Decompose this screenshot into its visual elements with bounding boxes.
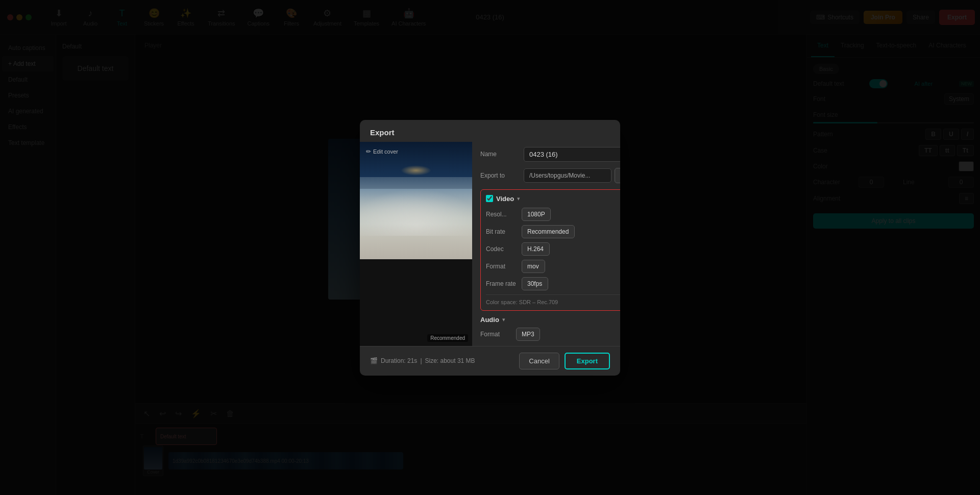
resolution-select[interactable]: 1080P 720P 4K xyxy=(522,208,551,221)
footer-info: 🎬 Duration: 21s | Size: about 31 MB xyxy=(370,357,475,364)
video-section-title: Video xyxy=(496,195,514,203)
video-section-header: Video ▾ xyxy=(486,195,620,203)
modal-overlay: Export ✏ Edit cover Recommen xyxy=(0,0,980,495)
audio-section: Audio ▾ Format MP3 AAC xyxy=(480,316,620,341)
recommended-badge: Recommended xyxy=(427,334,468,342)
codec-row: Codec H.264 H.265 xyxy=(486,242,620,256)
modal-scroll-area: Name Export to 📁 xyxy=(480,147,620,341)
color-space-text: Color space: SDR – Rec.709 xyxy=(486,294,620,305)
bitrate-select-wrap: Recommended Low High xyxy=(522,225,620,238)
video-checkbox[interactable] xyxy=(486,195,493,202)
framerate-label: Frame rate xyxy=(486,280,522,287)
format-select[interactable]: mov mp4 xyxy=(522,260,545,273)
modal-cover: ✏ Edit cover Recommended xyxy=(360,142,472,346)
video-chevron: ▾ xyxy=(517,195,520,202)
resolution-row: Resol... 1080P 720P 4K xyxy=(486,208,620,221)
export-to-field: Export to 📁 xyxy=(480,168,620,183)
bitrate-select[interactable]: Recommended Low High xyxy=(522,225,575,238)
codec-label: Codec xyxy=(486,245,522,253)
folder-button[interactable]: 📁 xyxy=(615,168,620,183)
resolution-select-wrap: 1080P 720P 4K xyxy=(522,208,620,221)
framerate-row: Frame rate 30fps 24fps 60fps xyxy=(486,277,620,290)
bitrate-label: Bit rate xyxy=(486,228,522,235)
edit-cover-label[interactable]: ✏ Edit cover xyxy=(366,148,398,155)
film-icon: 🎬 xyxy=(370,357,378,364)
duration-text: Duration: 21s xyxy=(381,357,417,364)
framerate-select[interactable]: 30fps 24fps 60fps xyxy=(522,277,548,290)
audio-format-row: Format MP3 AAC xyxy=(480,328,620,341)
modal-right: Name Export to 📁 xyxy=(472,142,620,346)
format-select-wrap: mov mp4 xyxy=(522,260,620,273)
audio-section-header: Audio ▾ xyxy=(480,316,620,324)
modal-body: ✏ Edit cover Recommended Name Export to xyxy=(360,142,620,346)
modal-footer: 🎬 Duration: 21s | Size: about 31 MB Canc… xyxy=(360,346,620,376)
name-label: Name xyxy=(480,151,519,158)
export-to-label: Export to xyxy=(480,172,519,179)
footer-buttons: Cancel Export xyxy=(519,353,610,369)
name-input[interactable] xyxy=(524,147,620,162)
cancel-button[interactable]: Cancel xyxy=(519,353,559,369)
modal-title: Export xyxy=(360,120,620,142)
pencil-icon: ✏ xyxy=(366,148,371,155)
size-text: Size: about 31 MB xyxy=(425,357,475,364)
audio-chevron: ▾ xyxy=(502,316,505,323)
framerate-select-wrap: 30fps 24fps 60fps xyxy=(522,277,620,290)
path-input[interactable] xyxy=(524,168,611,183)
audio-format-select-wrap: MP3 AAC xyxy=(516,328,620,341)
resolution-label: Resol... xyxy=(486,211,522,218)
audio-format-select[interactable]: MP3 AAC xyxy=(516,328,540,341)
name-field: Name xyxy=(480,147,620,162)
codec-select[interactable]: H.264 H.265 xyxy=(522,242,550,256)
format-row: Format mov mp4 xyxy=(486,260,620,273)
export-modal: Export ✏ Edit cover Recommen xyxy=(360,120,620,376)
bitrate-row: Bit rate Recommended Low High xyxy=(486,225,620,238)
path-row: 📁 xyxy=(524,168,620,183)
audio-format-label: Format xyxy=(480,331,516,338)
separator: | xyxy=(420,357,422,364)
audio-section-title: Audio xyxy=(480,316,499,324)
export-button[interactable]: Export xyxy=(565,353,610,369)
cover-image xyxy=(360,142,472,259)
codec-select-wrap: H.264 H.265 xyxy=(522,242,620,256)
video-section: Video ▾ Resol... 1080P 720P 4K xyxy=(480,189,620,311)
format-label: Format xyxy=(486,263,522,270)
